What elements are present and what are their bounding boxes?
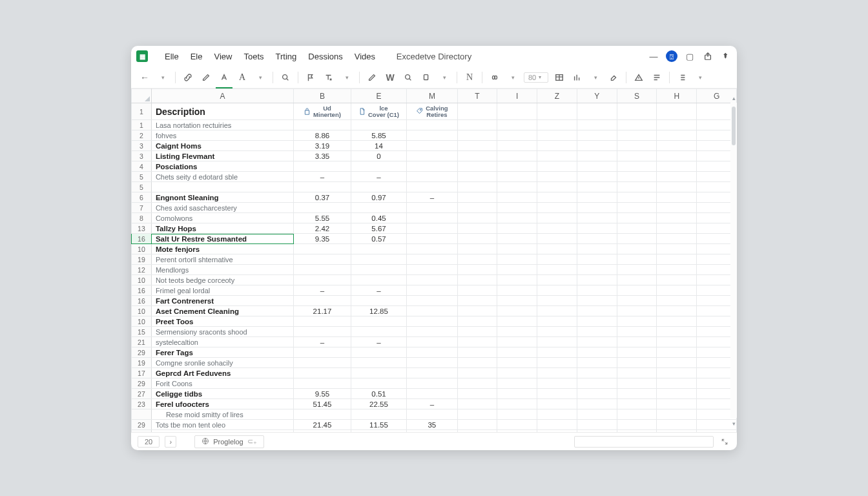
cell-empty[interactable] [577,409,617,420]
cell-B[interactable] [294,182,351,192]
col-B[interactable]: B [294,89,351,103]
cell-empty[interactable] [457,420,497,430]
menu-ele[interactable]: Ele [185,49,208,64]
cell-empty[interactable] [657,285,697,296]
cell-empty[interactable] [657,378,697,389]
cell-empty[interactable] [537,316,577,327]
cell-A[interactable]: Pricaп [151,430,293,433]
cell-empty[interactable] [617,430,657,433]
cell-empty[interactable] [457,389,497,399]
cell-empty[interactable] [617,316,657,327]
cell-empty[interactable] [497,409,537,420]
row-header[interactable]: 19 [132,358,152,368]
cell-B[interactable]: – [294,337,351,347]
cell-B[interactable] [294,275,351,285]
cell-empty[interactable] [617,275,657,285]
row-header[interactable]: 15 [132,327,152,337]
cell-empty[interactable] [497,347,537,358]
cell-E[interactable]: 11.55 [351,420,406,430]
font-color-icon[interactable] [217,70,231,85]
cell-empty[interactable] [617,378,657,389]
cell-A[interactable]: Mendlorgs [151,265,293,275]
cell-E[interactable]: 22.55 [351,399,406,409]
cell-A[interactable]: Celigge tidbs [151,389,293,399]
cell-E[interactable] [351,409,406,420]
cell-E[interactable]: 0.45 [351,213,406,223]
cell-A[interactable]: Preet Toos [151,316,293,327]
cell-empty[interactable] [457,347,497,358]
cell-empty[interactable] [617,244,657,254]
cell-empty[interactable] [497,430,537,433]
cell-empty[interactable] [577,275,617,285]
row-header[interactable]: 29 [132,378,152,389]
cell-empty[interactable] [657,316,697,327]
cell-A[interactable]: systelecaltion [151,337,293,347]
cell-empty[interactable] [617,409,657,420]
cell-E[interactable]: – [351,285,406,296]
cell-empty[interactable] [577,213,617,223]
cell-E[interactable]: 0.97 [351,192,406,203]
cell-empty[interactable] [537,172,577,182]
cell-M[interactable] [407,347,457,358]
cell-E[interactable]: – [351,337,406,347]
cell-empty[interactable] [697,420,737,430]
cell-M[interactable] [407,327,457,337]
cell-E[interactable] [351,275,406,285]
cell-empty[interactable] [497,120,537,130]
row-header[interactable]: 10 [132,275,152,285]
bold-w-icon[interactable]: W [383,70,397,85]
cell-E[interactable]: 14 [351,141,406,151]
row-header[interactable]: 21 [132,337,152,347]
cell-empty[interactable] [617,358,657,368]
cell-empty[interactable] [617,265,657,275]
cell-M[interactable] [407,316,457,327]
cell-E[interactable] [351,203,406,213]
cell-A[interactable]: Fart Contrenerst [151,296,293,306]
cell-empty[interactable] [457,430,497,433]
cell-A[interactable]: Comolwons [151,213,293,223]
chart-icon[interactable] [570,70,584,85]
cell-B[interactable]: 3.19 [294,141,351,151]
cell-A[interactable]: Mote fenjors [151,244,293,254]
cell-B[interactable]: – [294,285,351,296]
cell-A[interactable]: Comgne sronlie sohacily [151,358,293,368]
cell-B[interactable] [294,296,351,306]
grid[interactable]: A B E M T I Z Y S H G 1 Description [131,88,737,432]
select-all-corner[interactable] [132,89,152,103]
cell-empty[interactable] [457,316,497,327]
N-icon[interactable]: N [462,70,477,85]
cell-empty[interactable] [577,120,617,130]
row-header[interactable]: 10 [132,316,152,327]
cell-A[interactable]: Ferel ufoocters [151,399,293,409]
row-header[interactable]: 13 [132,223,152,234]
cell-B[interactable]: 2.42 [294,223,351,234]
cell-empty[interactable] [577,285,617,296]
col-Z[interactable]: Z [537,89,577,103]
cell-empty[interactable] [457,244,497,254]
cell-B[interactable]: 9.35 [294,234,351,244]
cell-M[interactable] [407,213,457,223]
cell-empty[interactable] [537,285,577,296]
cell-empty[interactable] [577,172,617,182]
cell-E[interactable]: – [351,172,406,182]
cell-empty[interactable] [457,285,497,296]
cell-empty[interactable] [497,213,537,223]
cell-E[interactable] [351,244,406,254]
cell-empty[interactable] [537,368,577,378]
cell-M[interactable] [407,203,457,213]
menu-trting[interactable]: Trting [271,49,302,64]
zoom-icon[interactable] [401,70,415,85]
cell-empty[interactable] [617,399,657,409]
cell-M[interactable] [407,337,457,347]
cell-empty[interactable] [457,213,497,223]
list-dropdown-icon[interactable]: ▾ [693,70,707,85]
page-number[interactable]: 20 [138,436,160,448]
cell-empty[interactable] [577,296,617,306]
cell-empty[interactable] [577,389,617,399]
cell-E[interactable] [351,378,406,389]
cell-empty[interactable] [457,399,497,409]
cell-A[interactable]: Engnont Sleaning [151,192,293,203]
row-header[interactable]: 23 [132,399,152,409]
cell-empty[interactable] [497,389,537,399]
cell-M[interactable] [407,296,457,306]
